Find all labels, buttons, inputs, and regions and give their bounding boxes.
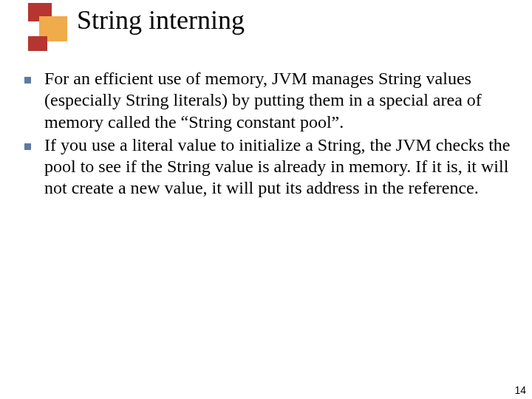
bullet-text: If you use a literal value to initialize… bbox=[44, 134, 512, 200]
title-underline bbox=[0, 40, 532, 42]
list-item: For an efficient use of memory, JVM mana… bbox=[24, 68, 512, 133]
deco-square-red-bottom bbox=[28, 36, 47, 51]
list-item: If you use a literal value to initialize… bbox=[24, 134, 512, 200]
slide-title: String interning bbox=[77, 6, 245, 35]
bullet-text: For an efficient use of memory, JVM mana… bbox=[44, 68, 512, 133]
page-number: 14 bbox=[514, 384, 526, 396]
square-bullet-icon bbox=[24, 143, 31, 150]
slide: String interning For an efficient use of… bbox=[0, 0, 532, 399]
square-bullet-icon bbox=[24, 77, 31, 83]
slide-body: For an efficient use of memory, JVM mana… bbox=[24, 68, 512, 201]
